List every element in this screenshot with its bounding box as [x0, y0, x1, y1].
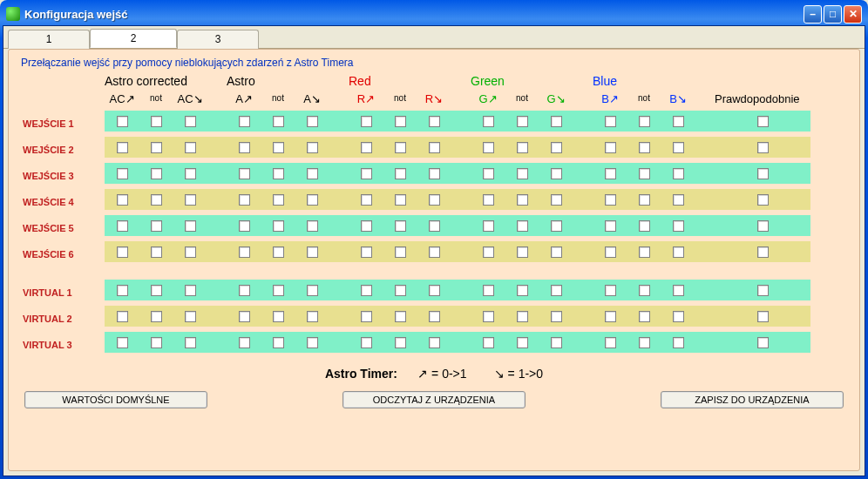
checkbox[interactable]	[273, 337, 284, 348]
checkbox[interactable]	[605, 337, 616, 348]
checkbox[interactable]	[757, 220, 769, 232]
checkbox[interactable]	[639, 337, 650, 348]
checkbox[interactable]	[757, 194, 769, 206]
checkbox[interactable]	[239, 285, 250, 296]
checkbox[interactable]	[185, 337, 196, 348]
checkbox[interactable]	[117, 194, 128, 206]
checkbox[interactable]	[395, 311, 406, 322]
checkbox[interactable]	[395, 337, 406, 348]
checkbox[interactable]	[429, 246, 440, 258]
checkbox[interactable]	[307, 246, 318, 258]
checkbox[interactable]	[429, 142, 440, 153]
checkbox[interactable]	[517, 142, 528, 153]
checkbox[interactable]	[307, 116, 318, 127]
checkbox[interactable]	[395, 116, 406, 127]
checkbox[interactable]	[483, 246, 494, 258]
checkbox[interactable]	[551, 116, 562, 127]
checkbox[interactable]	[757, 168, 769, 179]
tab-2[interactable]: 2	[90, 29, 177, 48]
checkbox[interactable]	[117, 116, 128, 127]
checkbox[interactable]	[673, 220, 684, 232]
checkbox[interactable]	[429, 194, 440, 206]
checkbox[interactable]	[307, 168, 318, 179]
checkbox[interactable]	[639, 311, 650, 322]
checkbox[interactable]	[551, 311, 562, 322]
checkbox[interactable]	[551, 194, 562, 206]
checkbox[interactable]	[361, 168, 372, 179]
checkbox[interactable]	[551, 142, 562, 153]
checkbox[interactable]	[395, 142, 406, 153]
checkbox[interactable]	[185, 168, 196, 179]
checkbox[interactable]	[673, 142, 684, 153]
checkbox[interactable]	[151, 311, 162, 322]
checkbox[interactable]	[239, 116, 250, 127]
checkbox[interactable]	[483, 285, 494, 296]
checkbox[interactable]	[307, 311, 318, 322]
checkbox[interactable]	[757, 311, 769, 322]
checkbox[interactable]	[605, 194, 616, 206]
checkbox[interactable]	[517, 285, 528, 296]
checkbox[interactable]	[151, 142, 162, 153]
checkbox[interactable]	[639, 142, 650, 153]
checkbox[interactable]	[307, 337, 318, 348]
checkbox[interactable]	[639, 285, 650, 296]
checkbox[interactable]	[517, 311, 528, 322]
checkbox[interactable]	[361, 220, 372, 232]
checkbox[interactable]	[551, 220, 562, 232]
checkbox[interactable]	[185, 116, 196, 127]
checkbox[interactable]	[239, 220, 250, 232]
checkbox[interactable]	[395, 194, 406, 206]
checkbox[interactable]	[151, 246, 162, 258]
checkbox[interactable]	[117, 285, 128, 296]
checkbox[interactable]	[605, 116, 616, 127]
checkbox[interactable]	[483, 337, 494, 348]
checkbox[interactable]	[605, 168, 616, 179]
checkbox[interactable]	[185, 285, 196, 296]
checkbox[interactable]	[605, 246, 616, 258]
checkbox[interactable]	[429, 337, 440, 348]
checkbox[interactable]	[117, 168, 128, 179]
checkbox[interactable]	[673, 337, 684, 348]
checkbox[interactable]	[151, 168, 162, 179]
checkbox[interactable]	[307, 220, 318, 232]
checkbox[interactable]	[117, 311, 128, 322]
checkbox[interactable]	[307, 194, 318, 206]
checkbox[interactable]	[273, 142, 284, 153]
checkbox[interactable]	[483, 311, 494, 322]
checkbox[interactable]	[395, 246, 406, 258]
checkbox[interactable]	[673, 168, 684, 179]
checkbox[interactable]	[239, 337, 250, 348]
checkbox[interactable]	[517, 194, 528, 206]
checkbox[interactable]	[273, 246, 284, 258]
checkbox[interactable]	[361, 246, 372, 258]
checkbox[interactable]	[757, 285, 769, 296]
checkbox[interactable]	[185, 220, 196, 232]
checkbox[interactable]	[517, 168, 528, 179]
checkbox[interactable]	[551, 337, 562, 348]
checkbox[interactable]	[117, 220, 128, 232]
checkbox[interactable]	[361, 285, 372, 296]
checkbox[interactable]	[429, 311, 440, 322]
checkbox[interactable]	[151, 285, 162, 296]
checkbox[interactable]	[605, 311, 616, 322]
checkbox[interactable]	[239, 311, 250, 322]
write-button[interactable]: ZAPISZ DO URZĄDZENIA	[661, 391, 844, 408]
checkbox[interactable]	[483, 220, 494, 232]
checkbox[interactable]	[517, 116, 528, 127]
checkbox[interactable]	[605, 142, 616, 153]
checkbox[interactable]	[117, 142, 128, 153]
checkbox[interactable]	[639, 168, 650, 179]
checkbox[interactable]	[639, 246, 650, 258]
maximize-button[interactable]: □	[824, 5, 842, 24]
checkbox[interactable]	[395, 220, 406, 232]
checkbox[interactable]	[151, 194, 162, 206]
checkbox[interactable]	[185, 194, 196, 206]
checkbox[interactable]	[551, 285, 562, 296]
checkbox[interactable]	[483, 142, 494, 153]
checkbox[interactable]	[273, 311, 284, 322]
checkbox[interactable]	[361, 142, 372, 153]
checkbox[interactable]	[273, 285, 284, 296]
checkbox[interactable]	[117, 246, 128, 258]
checkbox[interactable]	[185, 246, 196, 258]
checkbox[interactable]	[673, 311, 684, 322]
